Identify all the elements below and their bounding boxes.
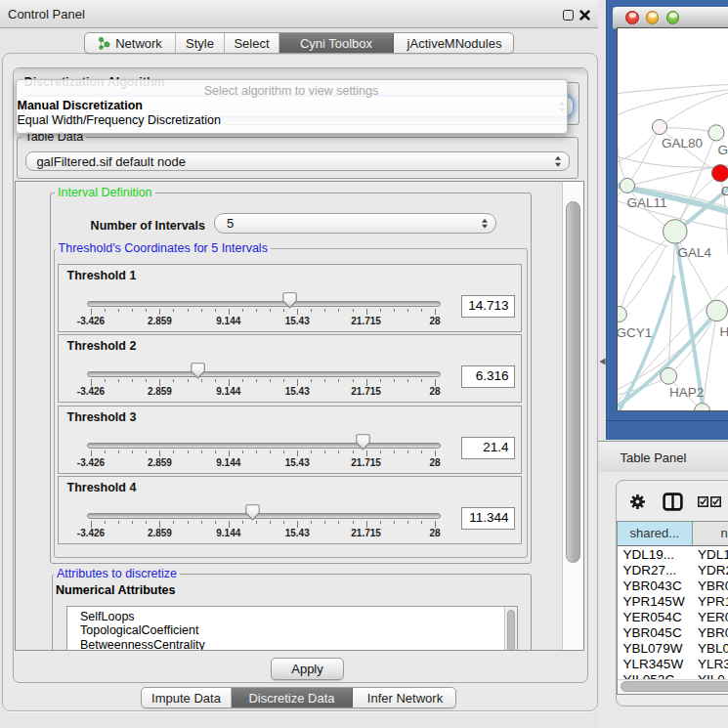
combo-arrows-icon (555, 156, 562, 167)
table-row[interactable]: YBL079WYBL0 (618, 640, 728, 656)
scrollbar-thumb[interactable] (507, 610, 515, 651)
network-window-titlebar[interactable] (613, 7, 728, 29)
table-row[interactable]: YLR345WYLR3 (618, 656, 728, 671)
column-header-name[interactable]: n... (693, 522, 728, 546)
slider-tick-label: 21.715 (351, 316, 381, 326)
numerical-attributes-list[interactable]: SelfLoopsTopologicalCoefficientBetweenne… (66, 606, 518, 651)
list-item[interactable]: BetweennessCentrality (80, 638, 205, 652)
apply-button[interactable]: Apply (271, 658, 344, 680)
slider-track[interactable] (87, 301, 441, 307)
threshold-label: Threshold 2 (67, 339, 137, 353)
minor-tick (188, 309, 189, 312)
zoom-traffic-light[interactable] (666, 11, 680, 24)
algorithm-dropdown-popup: Select algorithm to view settings Manual… (16, 79, 568, 134)
major-tick (297, 521, 298, 528)
node-gal11[interactable] (620, 178, 634, 193)
node-h[interactable] (707, 300, 728, 321)
tab-style[interactable]: Style (176, 33, 225, 53)
dropdown-option-equal-width[interactable]: Equal Width/Frequency Discretization (18, 113, 221, 127)
minor-tick (270, 450, 271, 453)
list-scrollbar[interactable] (504, 607, 518, 651)
horizontal-scrollbar[interactable] (618, 679, 728, 695)
tab-impute-data[interactable]: Impute Data (142, 688, 232, 707)
gear-icon[interactable] (629, 493, 646, 510)
slider-tick-label: 2.859 (148, 316, 172, 326)
table-data-combobox[interactable]: galFiltered.sif default node (25, 151, 570, 171)
gloss-highlight (629, 13, 637, 18)
gloss-highlight (669, 13, 677, 18)
tab-infer-network[interactable]: Infer Network (353, 688, 456, 707)
close-traffic-light[interactable] (625, 11, 639, 24)
major-tick (229, 450, 230, 457)
minor-tick (353, 521, 354, 524)
node-bottom[interactable] (695, 404, 710, 412)
threshold-value-field[interactable]: 6.316 (461, 365, 515, 388)
slider-tick-label: 2.859 (148, 457, 172, 468)
table-row[interactable]: YDL19...YDL1 (618, 546, 728, 562)
table-row[interactable]: YBR043CYBR0 (618, 578, 728, 593)
close-icon[interactable] (579, 10, 590, 21)
minor-tick (324, 521, 325, 524)
tab-network[interactable]: Network (85, 33, 176, 53)
minor-tick (105, 309, 106, 312)
scrollbar-thumb[interactable] (566, 201, 580, 563)
slider-thumb[interactable] (282, 292, 297, 309)
slider-track[interactable] (87, 443, 441, 449)
table-row[interactable]: YPR145WYPR1 (618, 593, 728, 609)
node-red-selected[interactable] (712, 165, 728, 182)
major-tick (435, 450, 436, 457)
slider-thumb[interactable] (245, 504, 260, 521)
tab-label: Network (115, 36, 162, 51)
slider-thumb[interactable] (191, 363, 205, 379)
minor-tick (338, 309, 339, 312)
table-row[interactable]: YDR27...YDR2 (618, 562, 728, 578)
table-header: shared... n... (618, 522, 728, 547)
network-canvas[interactable]: GAL80 GA C GAL11 GAL4 GCY1 H HAP2 (617, 27, 728, 411)
checkbox-icon[interactable] (710, 496, 721, 507)
slider-track[interactable] (87, 513, 441, 519)
columns-icon[interactable] (663, 492, 683, 511)
list-item[interactable]: TopologicalCoefficient (80, 623, 198, 638)
number-of-intervals-combobox[interactable]: 5 (214, 213, 496, 234)
major-tick (435, 379, 436, 386)
column-header-shared-name[interactable]: shared... (618, 522, 693, 546)
network-icon (98, 36, 110, 51)
list-item[interactable]: SelfLoops (80, 610, 135, 624)
node-ga[interactable] (708, 125, 724, 141)
table-panel-body: shared... n... YDL19...YDL1YDR27...YDR2Y… (598, 472, 728, 728)
tab-discretize-data[interactable]: Discretize Data (232, 688, 353, 707)
node-gcy1[interactable] (618, 307, 626, 322)
tab-select[interactable]: Select (225, 33, 279, 53)
slider-thumb[interactable] (356, 434, 370, 450)
node-gal80[interactable] (652, 119, 666, 134)
minimize-traffic-light[interactable] (646, 11, 660, 24)
table-row[interactable]: YER054CYER0 (618, 609, 728, 624)
threshold-value-field[interactable]: 14.713 (461, 295, 515, 318)
node-label: GAL4 (678, 245, 712, 260)
control-panel-titlebar: Control Panel (0, 0, 598, 28)
minor-tick (256, 379, 257, 382)
minor-tick (283, 521, 284, 524)
vertical-scrollbar[interactable] (562, 182, 583, 650)
slider-tick-label: 9.144 (216, 316, 240, 326)
tab-cyni-toolbox[interactable]: Cyni Toolbox (279, 33, 394, 53)
node-gal4[interactable] (664, 220, 688, 244)
threshold-value-field[interactable]: 21.4 (461, 437, 515, 459)
scrollbar-thumb[interactable] (621, 681, 728, 692)
table-row[interactable]: YBR045CYBR0 (618, 624, 728, 640)
major-tick (366, 450, 367, 457)
float-window-icon[interactable] (563, 10, 574, 21)
node-hap2[interactable] (661, 367, 677, 384)
slider-tick-label: 9.144 (216, 386, 240, 397)
dropdown-option-manual[interactable]: Manual Discretization (18, 99, 144, 112)
slider-track[interactable] (87, 371, 441, 377)
checkbox-icon[interactable] (698, 496, 708, 507)
minor-tick (146, 450, 147, 453)
minor-tick (105, 521, 106, 524)
slider-tick-label: 2.859 (148, 528, 172, 538)
threshold-value-field[interactable]: 11.344 (461, 507, 515, 530)
minor-tick (283, 379, 284, 382)
slider-tick-label: 21.715 (351, 528, 381, 538)
slider-tick-label: 15.43 (285, 528, 310, 538)
tab-jactivemnodules[interactable]: jActiveMNodules (394, 33, 514, 53)
